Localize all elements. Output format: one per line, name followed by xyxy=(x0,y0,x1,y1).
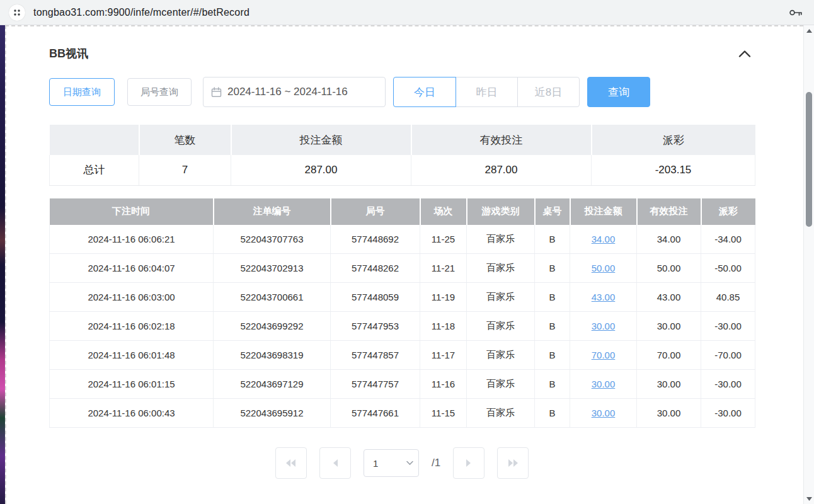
summary-total-label: 总计 xyxy=(50,155,139,185)
first-page-button[interactable] xyxy=(275,447,307,479)
cell-bet-time: 2024-11-16 06:01:15 xyxy=(50,370,214,399)
page-total: /1 xyxy=(432,457,440,469)
cell-bet-amount: 30.00 xyxy=(570,312,637,341)
key-icon[interactable] xyxy=(786,5,805,20)
cell-payout: 40.85 xyxy=(701,283,755,312)
table-row: 2024-11-16 06:03:00522043700661577448059… xyxy=(50,283,755,312)
cell-valid-bet: 34.00 xyxy=(637,225,701,254)
cell-valid-bet: 50.00 xyxy=(637,254,701,283)
yesterday-button[interactable]: 昨日 xyxy=(456,77,518,107)
scrollbar-thumb[interactable] xyxy=(806,92,812,227)
address-url[interactable]: tongbao31.com:9900/infe/mcenter/#/betRec… xyxy=(33,7,249,18)
cell-order-no: 522043695912 xyxy=(214,399,331,428)
table-row: 2024-11-16 06:06:21522043707763577448692… xyxy=(50,225,755,254)
summary-payout: -203.15 xyxy=(592,155,755,185)
browser-address-bar[interactable]: tongbao31.com:9900/infe/mcenter/#/betRec… xyxy=(0,0,814,25)
bet-record-panel: BB视讯 日期查询 局号查询 2024-11-16 ~ xyxy=(5,25,803,504)
site-icon-glyph xyxy=(13,8,21,17)
cell-bet-time: 2024-11-16 06:02:18 xyxy=(50,312,214,341)
summary-header-count: 笔数 xyxy=(139,125,231,155)
cell-session: 11-17 xyxy=(420,341,467,370)
table-row: 2024-11-16 06:02:18522043699292577447953… xyxy=(50,312,755,341)
cell-game-type: 百家乐 xyxy=(467,225,535,254)
summary-bet-amount: 287.00 xyxy=(231,155,411,185)
last-page-button[interactable] xyxy=(497,447,529,479)
cell-game-type: 百家乐 xyxy=(467,370,535,399)
bet-amount-link[interactable]: 30.00 xyxy=(592,379,616,389)
col-session: 场次 xyxy=(420,198,467,225)
cell-table-no: B xyxy=(535,399,570,428)
first-page-icon xyxy=(285,459,297,467)
page-title: BB视讯 xyxy=(49,46,88,61)
cell-round-no: 577448262 xyxy=(331,254,420,283)
bet-amount-link[interactable]: 34.00 xyxy=(592,234,616,244)
cell-bet-amount: 50.00 xyxy=(570,254,637,283)
prev-page-button[interactable] xyxy=(319,447,351,479)
cell-bet-amount: 43.00 xyxy=(570,283,637,312)
cell-session: 11-21 xyxy=(420,254,467,283)
last-8-days-button[interactable]: 近8日 xyxy=(517,77,580,107)
cell-session: 11-19 xyxy=(420,283,467,312)
scroll-up-arrow[interactable] xyxy=(804,25,814,36)
bet-table-header-row: 下注时间 注单编号 局号 场次 游戏类别 桌号 投注金额 有效投注 派彩 xyxy=(50,198,755,225)
cell-table-no: B xyxy=(535,312,570,341)
summary-valid-bet: 287.00 xyxy=(411,155,592,185)
bet-amount-link[interactable]: 70.00 xyxy=(592,350,616,360)
cell-valid-bet: 30.00 xyxy=(637,370,701,399)
date-range-value: 2024-11-16 ~ 2024-11-16 xyxy=(227,86,348,98)
bet-amount-link[interactable]: 50.00 xyxy=(592,263,616,273)
next-page-icon xyxy=(465,459,473,467)
summary-header-valid-bet: 有效投注 xyxy=(411,125,592,155)
bet-amount-link[interactable]: 43.00 xyxy=(592,292,616,302)
round-query-button[interactable]: 局号查询 xyxy=(127,78,192,106)
bet-record-content: BB视讯 日期查询 局号查询 2024-11-16 ~ xyxy=(49,26,755,479)
cell-session: 11-16 xyxy=(420,370,467,399)
panel-header: BB视讯 xyxy=(49,26,755,61)
site-icon[interactable] xyxy=(9,4,25,21)
next-page-button[interactable] xyxy=(453,447,484,479)
summary-header-row: 笔数 投注金额 有效投注 派彩 xyxy=(50,125,755,155)
date-range-input[interactable]: 2024-11-16 ~ 2024-11-16 xyxy=(203,77,386,107)
cell-payout: -50.00 xyxy=(701,254,755,283)
scroll-down-arrow[interactable] xyxy=(804,493,814,504)
cell-payout: -30.00 xyxy=(701,399,755,428)
summary-header-payout: 派彩 xyxy=(592,125,755,155)
cell-game-type: 百家乐 xyxy=(467,254,535,283)
cell-valid-bet: 30.00 xyxy=(637,312,701,341)
table-row: 2024-11-16 06:00:43522043695912577447661… xyxy=(50,399,755,428)
cell-order-no: 522043700661 xyxy=(214,283,331,312)
filter-bar: 日期查询 局号查询 2024-11-16 ~ 2024-11-16 今日 昨日 … xyxy=(49,77,755,107)
cell-payout: -70.00 xyxy=(701,341,755,370)
cell-game-type: 百家乐 xyxy=(467,312,535,341)
cell-session: 11-18 xyxy=(420,312,467,341)
quick-range-group: 今日 昨日 近8日 xyxy=(393,77,580,107)
table-row: 2024-11-16 06:01:15522043697129577447757… xyxy=(50,370,755,399)
calendar-icon xyxy=(211,87,222,98)
background-left-strip xyxy=(0,25,5,504)
today-button[interactable]: 今日 xyxy=(393,77,456,107)
scrollbar[interactable] xyxy=(803,25,814,504)
table-row: 2024-11-16 06:04:07522043702913577448262… xyxy=(50,254,755,283)
chevron-up-icon[interactable] xyxy=(735,48,755,60)
cell-bet-time: 2024-11-16 06:01:48 xyxy=(50,341,214,370)
last-page-icon xyxy=(507,459,519,467)
cell-order-no: 522043699292 xyxy=(214,312,331,341)
col-bet-amount: 投注金额 xyxy=(570,198,637,225)
cell-round-no: 577447661 xyxy=(331,399,420,428)
date-query-button[interactable]: 日期查询 xyxy=(49,78,115,106)
summary-count: 7 xyxy=(139,155,231,185)
col-valid-bet: 有效投注 xyxy=(637,198,701,225)
cell-bet-time: 2024-11-16 06:00:43 xyxy=(50,399,214,428)
cell-table-no: B xyxy=(535,283,570,312)
cell-order-no: 522043698319 xyxy=(214,341,331,370)
prev-page-icon xyxy=(331,459,339,467)
bet-amount-link[interactable]: 30.00 xyxy=(592,321,616,331)
pagination: 1 /1 xyxy=(49,447,755,479)
cell-bet-amount: 70.00 xyxy=(570,341,637,370)
cell-round-no: 577448059 xyxy=(331,283,420,312)
col-round-no: 局号 xyxy=(331,198,420,225)
page-select-dropdown[interactable]: 1 xyxy=(364,449,419,477)
bet-amount-link[interactable]: 30.00 xyxy=(592,408,616,418)
search-button[interactable]: 查询 xyxy=(587,77,650,107)
col-order-no: 注单编号 xyxy=(214,198,331,225)
